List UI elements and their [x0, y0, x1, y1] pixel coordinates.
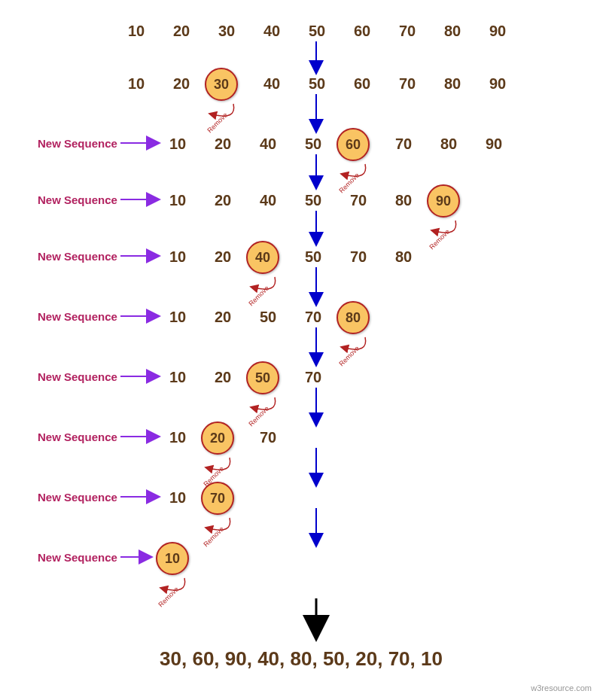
circled-number: 30 — [205, 68, 238, 101]
sequence-number: 80 — [444, 75, 461, 93]
sequence-number: 10 — [169, 248, 186, 266]
circled-number: 80 — [337, 301, 370, 334]
sequence-number: 10 — [128, 23, 145, 40]
sequence-number: 20 — [173, 75, 190, 93]
sequence-number: 90 — [486, 135, 502, 153]
sequence-number: 50 — [260, 309, 276, 326]
remove-label: Remove — [157, 586, 180, 609]
new-sequence-label: New Sequence — [38, 491, 117, 504]
sequence-number: 20 — [215, 309, 231, 326]
sequence-number: 40 — [263, 75, 280, 93]
new-sequence-label: New Sequence — [38, 250, 117, 263]
sequence-number: 40 — [260, 135, 276, 153]
sequence-number: 20 — [215, 369, 231, 386]
sequence-number: 70 — [350, 192, 367, 209]
sequence-number: 40 — [260, 192, 276, 209]
remove-label: Remove — [337, 345, 361, 368]
sequence-number: 70 — [399, 75, 416, 93]
sequence-number: 90 — [489, 23, 506, 40]
new-sequence-label: New Sequence — [38, 310, 117, 323]
sequence-number: 20 — [173, 23, 190, 40]
circled-number: 50 — [246, 361, 279, 394]
sequence-number: 20 — [215, 135, 231, 153]
circled-number: 90 — [427, 184, 460, 218]
sequence-number: 10 — [169, 309, 186, 326]
sequence-number: 10 — [128, 75, 145, 93]
sequence-number: 50 — [305, 248, 321, 266]
new-sequence-label: New Sequence — [38, 551, 117, 564]
remove-label: Remove — [247, 405, 270, 428]
sequence-number: 80 — [395, 192, 412, 209]
circled-number: 20 — [201, 422, 234, 455]
sequence-number: 10 — [169, 192, 186, 209]
sequence-number: 30 — [218, 23, 235, 40]
attribution: w3resource.com — [531, 683, 592, 692]
sequence-number: 10 — [169, 429, 186, 446]
sequence-number: 70 — [260, 429, 276, 446]
circled-number: 60 — [337, 128, 370, 161]
sequence-number: 50 — [305, 192, 321, 209]
sequence-number: 80 — [395, 248, 412, 266]
new-sequence-label: New Sequence — [38, 193, 117, 206]
sequence-number: 60 — [354, 23, 370, 40]
remove-label: Remove — [202, 525, 225, 549]
new-sequence-label: New Sequence — [38, 137, 117, 150]
sequence-number: 40 — [263, 23, 280, 40]
new-sequence-label: New Sequence — [38, 370, 117, 383]
remove-label: Remove — [337, 172, 361, 195]
sequence-number: 90 — [489, 75, 506, 93]
sequence-number: 20 — [215, 192, 231, 209]
circled-number: 40 — [246, 241, 279, 274]
remove-label: Remove — [206, 111, 229, 135]
sequence-number: 20 — [215, 248, 231, 266]
remove-label: Remove — [428, 228, 451, 251]
sequence-number: 10 — [169, 135, 186, 153]
sequence-number: 80 — [444, 23, 461, 40]
sequence-number: 70 — [399, 23, 416, 40]
circled-number: 10 — [156, 542, 189, 575]
sequence-number: 70 — [395, 135, 412, 153]
sequence-number: 70 — [305, 309, 321, 326]
sequence-number: 50 — [309, 75, 325, 93]
sequence-number: 70 — [350, 248, 367, 266]
result-sequence: 30, 60, 90, 40, 80, 50, 20, 70, 10 — [113, 647, 489, 671]
new-sequence-label: New Sequence — [38, 431, 117, 443]
remove-label: Remove — [247, 285, 270, 308]
sequence-number: 10 — [169, 369, 186, 386]
sequence-number: 50 — [309, 23, 325, 40]
sequence-number: 50 — [305, 135, 321, 153]
sequence-number: 10 — [169, 489, 186, 507]
sequence-number: 60 — [354, 75, 370, 93]
sequence-number: 80 — [440, 135, 457, 153]
sequence-number: 70 — [305, 369, 321, 386]
